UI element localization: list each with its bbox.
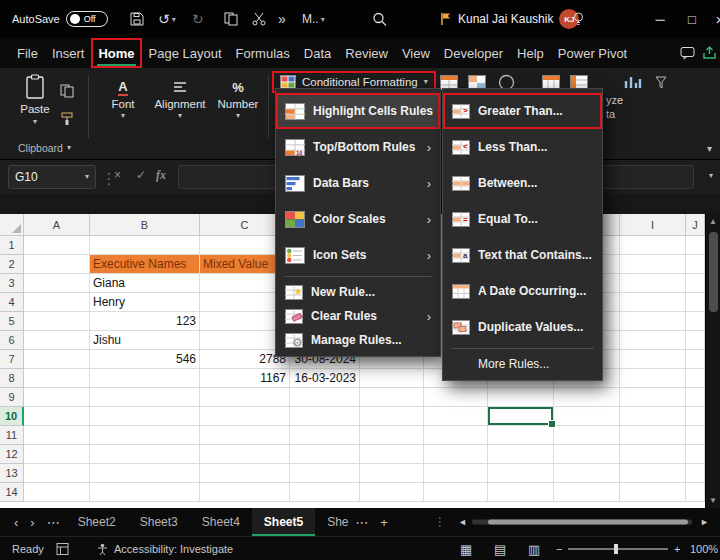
cell-I14[interactable] — [620, 483, 686, 502]
cell-E10[interactable] — [360, 407, 424, 426]
cell-A12[interactable] — [24, 445, 90, 464]
cell-A9[interactable] — [24, 388, 90, 407]
sheet-tab-sheet3[interactable]: Sheet3 — [128, 508, 190, 536]
page-break-view-button[interactable]: ▥ — [528, 541, 540, 556]
scrollbar-thumb[interactable] — [488, 520, 688, 525]
autosave-toggle[interactable]: AutoSave Off — [12, 11, 108, 27]
row-header-7[interactable]: 7 — [0, 350, 24, 369]
zoom-in-button[interactable]: + — [674, 543, 680, 555]
menu-item-text-that-contains[interactable]: a Text that Contains... — [443, 237, 602, 273]
row-header-4[interactable]: 4 — [0, 293, 24, 312]
sc roll-down-icon[interactable]: ▼ — [709, 496, 717, 505]
row-header-1[interactable]: 1 — [0, 236, 24, 255]
cell-J3[interactable] — [686, 274, 705, 293]
menu-item-equal-to[interactable]: = Equal To... — [443, 201, 602, 237]
row-header-10[interactable]: 10 — [0, 407, 24, 426]
cell-A7[interactable] — [24, 350, 90, 369]
cell-J2[interactable] — [686, 255, 705, 274]
row-header-14[interactable]: 14 — [0, 483, 24, 502]
row-header-5[interactable]: 5 — [0, 312, 24, 331]
cell-A6[interactable] — [24, 331, 90, 350]
cell-I5[interactable] — [620, 312, 686, 331]
copy-button[interactable] — [58, 82, 76, 100]
cell-A10[interactable] — [24, 407, 90, 426]
cell-B11[interactable] — [90, 426, 200, 445]
column-header-A[interactable]: A — [24, 214, 90, 236]
menu-item-greater-than[interactable]: > Greater Than... — [443, 93, 602, 129]
cell-G14[interactable] — [488, 483, 554, 502]
cell-C12[interactable] — [200, 445, 290, 464]
next-sheet-button[interactable]: › — [24, 515, 40, 530]
more-sheets-icon[interactable]: ⋯ — [349, 515, 374, 530]
column-header-J[interactable]: J — [686, 214, 705, 236]
tab-home[interactable]: Home — [91, 38, 141, 68]
cell-E14[interactable] — [360, 483, 424, 502]
row-header-6[interactable]: 6 — [0, 331, 24, 350]
tab-file[interactable]: File — [10, 38, 45, 68]
cell-J5[interactable] — [686, 312, 705, 331]
cell-G13[interactable] — [488, 464, 554, 483]
autosave-switch[interactable]: Off — [66, 11, 108, 27]
menu-item-manage-rules[interactable]: Manage Rules... — [276, 328, 440, 352]
record-macro-button[interactable] — [56, 542, 69, 555]
cell-A11[interactable] — [24, 426, 90, 445]
cell-B14[interactable] — [90, 483, 200, 502]
cell-C10[interactable] — [200, 407, 290, 426]
normal-view-button[interactable]: ▦ — [460, 541, 472, 556]
cell-H14[interactable] — [554, 483, 620, 502]
save-button[interactable] — [130, 12, 144, 26]
sheet-tab-partial[interactable]: She — [315, 508, 349, 536]
clipboard-group-footer[interactable]: Clipboard ▾ — [18, 142, 71, 154]
menu-item-new-rule[interactable]: New Rule... — [276, 280, 440, 304]
cell-J7[interactable] — [686, 350, 705, 369]
cell-B8[interactable] — [90, 369, 200, 388]
cell-I8[interactable] — [620, 369, 686, 388]
row-header-8[interactable]: 8 — [0, 369, 24, 388]
cell-C13[interactable] — [200, 464, 290, 483]
tab-power-pivot[interactable]: Power Pivot — [551, 38, 634, 68]
tab-view[interactable]: View — [395, 38, 437, 68]
cell-I2[interactable] — [620, 255, 686, 274]
cell-C11[interactable] — [200, 426, 290, 445]
maximize-button[interactable]: □ — [678, 12, 706, 27]
cell-D13[interactable] — [290, 464, 360, 483]
cell-J8[interactable] — [686, 369, 705, 388]
splitter-handle[interactable]: ⋮ — [434, 515, 446, 529]
zoom-slider[interactable] — [568, 548, 668, 550]
cell-E11[interactable] — [360, 426, 424, 445]
scroll-up-icon[interactable]: ▲ — [709, 217, 717, 226]
format-painter-button[interactable] — [58, 110, 76, 128]
sort-filter-button[interactable] — [652, 73, 674, 92]
menu-item-a-date-occurring[interactable]: A Date Occurring... — [443, 273, 602, 309]
alignment-group-button[interactable]: Alignment ▾ — [152, 78, 208, 120]
cell-B1[interactable] — [90, 236, 200, 255]
row-header-11[interactable]: 11 — [0, 426, 24, 445]
cell-J11[interactable] — [686, 426, 705, 445]
redo-button[interactable]: ↻ — [192, 11, 204, 27]
cell-F14[interactable] — [424, 483, 488, 502]
cell-J4[interactable] — [686, 293, 705, 312]
cancel-button[interactable]: × — [114, 168, 121, 182]
menu-item-duplicate-values[interactable]: Duplicate Values... — [443, 309, 602, 345]
cell-B12[interactable] — [90, 445, 200, 464]
comments-button[interactable] — [680, 46, 695, 60]
font-group-button[interactable]: A Font ▾ — [98, 78, 148, 120]
menu-item-between[interactable]: Between... — [443, 165, 602, 201]
tab-data[interactable]: Data — [297, 38, 338, 68]
cell-H13[interactable] — [554, 464, 620, 483]
row-header-13[interactable]: 13 — [0, 464, 24, 483]
cell-A4[interactable] — [24, 293, 90, 312]
cell-D14[interactable] — [290, 483, 360, 502]
zoom-out-button[interactable]: − — [556, 543, 562, 555]
cell-G10[interactable] — [488, 407, 554, 426]
sheet-tab-sheet4[interactable]: Sheet4 — [190, 508, 252, 536]
tab-page-layout[interactable]: Page Layout — [142, 38, 229, 68]
cell-B7[interactable]: 546 — [90, 350, 200, 369]
cell-D12[interactable] — [290, 445, 360, 464]
collapse-ribbon-icon[interactable]: ▾ — [707, 144, 712, 154]
scrollbar-thumb[interactable] — [709, 232, 718, 312]
scroll-right-icon[interactable]: ► — [694, 517, 715, 527]
scroll-left-icon[interactable]: ◄ — [452, 517, 473, 527]
cell-I3[interactable] — [620, 274, 686, 293]
clipboard-button[interactable] — [224, 12, 238, 26]
